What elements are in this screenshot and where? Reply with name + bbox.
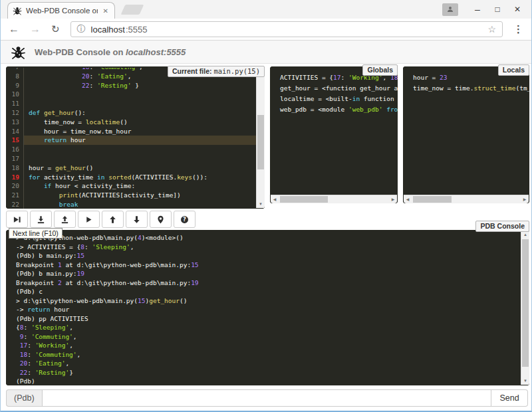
pdb-prompt-addon: (Pdb) xyxy=(6,389,42,407)
step-forward-icon xyxy=(13,215,21,224)
scroll-thumb[interactable] xyxy=(413,196,452,203)
browser-titlebar: Web-PDB Console on lo ✕ – □ ✕ xyxy=(1,0,531,19)
current-file-label: Current file: main.py(15) xyxy=(168,66,265,77)
arrow-up-icon xyxy=(108,215,117,224)
back-icon[interactable]: ← xyxy=(9,23,19,35)
page-title: Web-PDB Console on localhost:5555 xyxy=(35,47,186,57)
browser-tab[interactable]: Web-PDB Console on lo ✕ xyxy=(7,2,115,19)
scroll-down-icon[interactable]: ▼ xyxy=(521,377,529,385)
globals-label: Globals xyxy=(362,64,398,76)
globals-horizontal-scrollbar[interactable]: ◀ ▶ xyxy=(271,195,397,203)
locals-variables: hour = 23time_now = time.struct_time(tm_… xyxy=(403,69,529,195)
minimize-button[interactable]: – xyxy=(467,0,487,19)
down-stack-button[interactable] xyxy=(126,211,148,228)
code-panel: 7 18: 'Commuting',8 20: 'Eating',9 22: '… xyxy=(6,66,265,209)
person-icon xyxy=(446,5,454,13)
source-code: 7 18: 'Commuting',8 20: 'Eating',9 22: '… xyxy=(6,68,256,209)
question-icon: ? xyxy=(180,215,189,224)
webpdb-bug-logo-icon xyxy=(11,45,26,60)
browser-window: Web-PDB Console on lo ✕ – □ ✕ ← → ↻ ⓘ lo… xyxy=(0,0,532,412)
scroll-thumb[interactable] xyxy=(257,115,264,169)
next-line-button[interactable] xyxy=(6,211,28,228)
url-host: localhost xyxy=(91,25,125,35)
debugger-toolbar: ? xyxy=(6,211,196,228)
browser-menu-icon[interactable]: ⋮ xyxy=(513,23,523,35)
next-line-tooltip: Next line (F10) xyxy=(9,228,63,239)
step-out-button[interactable] xyxy=(54,211,76,228)
up-stack-button[interactable] xyxy=(102,211,124,228)
globals-variables: ACTIVITIES = {17: 'Working', 18: 'get_ho… xyxy=(270,69,398,195)
step-into-button[interactable] xyxy=(30,211,52,228)
forward-icon[interactable]: → xyxy=(30,23,41,35)
step-into-icon xyxy=(37,215,45,224)
help-button[interactable]: ? xyxy=(174,211,196,228)
pdb-console-panel: > d:\git\python-web-pdb\main.py(4)<modul… xyxy=(6,230,529,385)
browser-navbar: ← → ↻ ⓘ localhost :5555 ☆ ⋮ xyxy=(1,19,531,41)
command-bar: (Pdb) Send xyxy=(6,389,528,407)
scroll-thumb[interactable] xyxy=(280,196,328,203)
locals-panel: hour = 23time_now = time.struct_time(tm_… xyxy=(403,66,529,203)
reload-icon[interactable]: ↻ xyxy=(51,23,60,35)
console-output: > d:\git\python-web-pdb\main.py(4)<modul… xyxy=(6,232,521,385)
pdb-command-input[interactable] xyxy=(42,389,491,407)
console-vertical-scrollbar[interactable]: ▲ ▼ xyxy=(521,231,529,385)
page-info-icon[interactable]: ⓘ xyxy=(77,23,86,35)
close-button[interactable]: ✕ xyxy=(507,0,527,19)
address-bar[interactable]: ⓘ localhost :5555 ☆ xyxy=(70,21,503,37)
arrow-down-icon xyxy=(132,215,141,224)
continue-button[interactable] xyxy=(78,211,100,228)
url-port: :5555 xyxy=(126,25,148,35)
tab-close-icon[interactable]: ✕ xyxy=(102,7,110,15)
step-out-icon xyxy=(61,215,69,224)
window-controls: – □ ✕ xyxy=(442,0,527,19)
code-vertical-scrollbar[interactable]: ▼ xyxy=(256,67,265,208)
send-button[interactable]: Send xyxy=(491,389,528,407)
app-header: Web-PDB Console on localhost:5555 xyxy=(1,41,531,64)
bug-favicon-icon xyxy=(13,6,22,15)
map-marker-icon xyxy=(156,215,165,224)
pdb-console-label: PDB Console xyxy=(475,221,529,232)
profile-button[interactable] xyxy=(442,3,458,16)
svg-text:?: ? xyxy=(183,216,186,223)
new-tab-button[interactable] xyxy=(121,5,144,15)
bookmark-star-icon[interactable]: ☆ xyxy=(487,24,496,35)
tab-title: Web-PDB Console on lo xyxy=(26,7,98,15)
scroll-down-icon[interactable]: ▼ xyxy=(257,200,265,208)
breakpoint-button[interactable] xyxy=(150,211,172,228)
scroll-right-icon[interactable]: ▶ xyxy=(521,195,529,203)
scroll-thumb[interactable] xyxy=(522,239,529,367)
play-icon xyxy=(84,215,93,224)
scroll-right-icon[interactable]: ▶ xyxy=(389,195,397,203)
scroll-left-icon[interactable]: ◀ xyxy=(271,195,279,203)
globals-panel: ACTIVITIES = {17: 'Working', 18: 'get_ho… xyxy=(270,66,398,203)
locals-label: Locals xyxy=(498,64,529,76)
scroll-left-icon[interactable]: ◀ xyxy=(404,195,412,203)
maximize-button[interactable]: □ xyxy=(487,0,507,19)
locals-horizontal-scrollbar[interactable]: ◀ ▶ xyxy=(404,195,529,203)
